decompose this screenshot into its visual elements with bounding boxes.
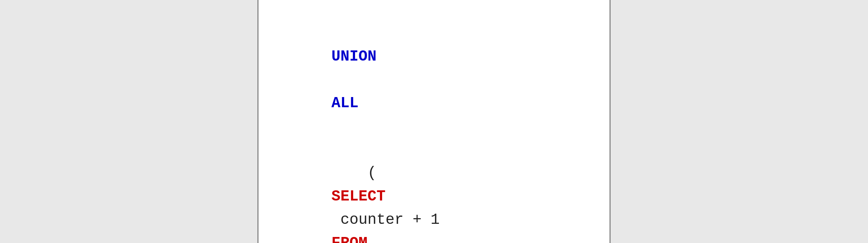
code-box: WITH RECURSIVE cteSource (counter) AS ( … (257, 0, 611, 243)
keyword-all: ALL (331, 95, 358, 112)
keyword-union: UNION (331, 48, 377, 65)
code-line-4: ( SELECT counter + 1 FROM cteSource (277, 138, 591, 243)
keyword-from: FROM (331, 235, 367, 243)
code-line-3: UNION ALL (277, 0, 591, 138)
page-container: Print the sequence of numbers from 1 to … (0, 0, 868, 243)
keyword-select-2: SELECT (331, 188, 386, 205)
